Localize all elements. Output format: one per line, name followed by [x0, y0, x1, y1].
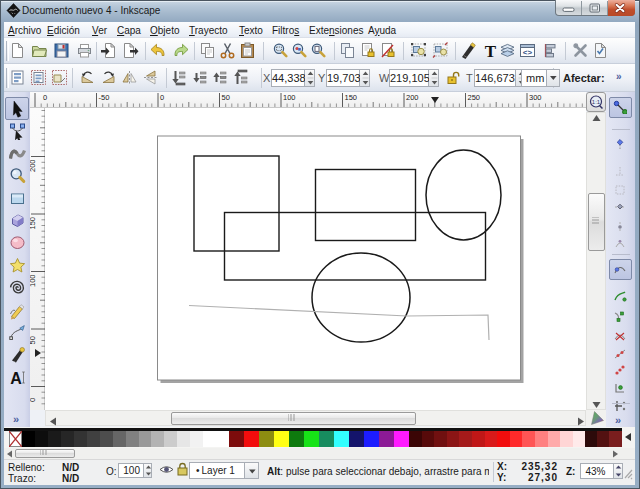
- svg-text:200: 200: [406, 93, 419, 102]
- svg-text:100: 100: [283, 93, 296, 102]
- svg-text:T: T: [484, 42, 496, 59]
- svg-text:50: 50: [30, 336, 37, 344]
- svg-text:1:1: 1:1: [592, 99, 601, 105]
- svg-text:150: 150: [345, 93, 358, 102]
- svg-text:0: 0: [30, 398, 37, 402]
- svg-text:A: A: [10, 369, 22, 386]
- svg-text:0: 0: [160, 93, 164, 102]
- svg-text:-50: -50: [99, 93, 110, 102]
- svg-text:<>: <>: [523, 48, 533, 57]
- svg-text:200: 200: [30, 159, 37, 172]
- svg-text:150: 150: [30, 217, 37, 230]
- svg-text:300: 300: [529, 93, 542, 102]
- svg-text:0: 0: [43, 93, 47, 102]
- svg-text:250: 250: [468, 93, 481, 102]
- svg-text:100: 100: [30, 274, 37, 287]
- svg-text:50: 50: [222, 93, 230, 102]
